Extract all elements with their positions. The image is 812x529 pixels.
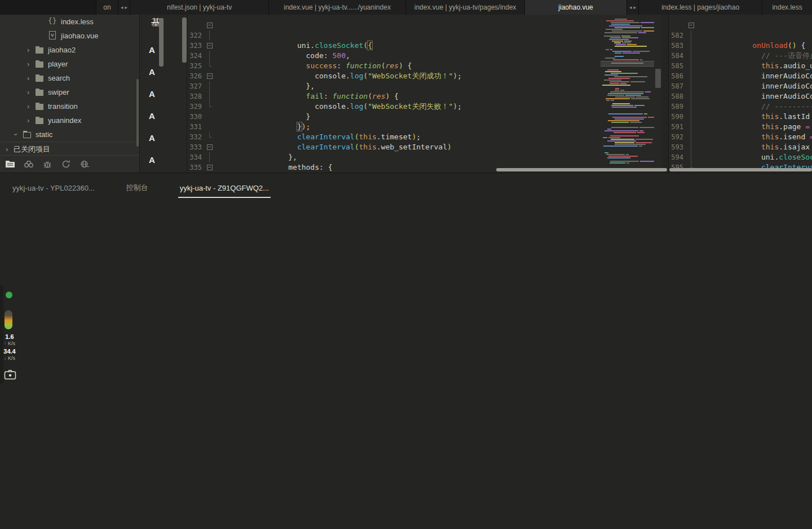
fold-indicator[interactable] <box>688 81 695 91</box>
globe-sync-icon[interactable] <box>79 159 90 169</box>
fold-indicator[interactable] <box>688 102 695 112</box>
strip-scrollbar[interactable] <box>182 17 187 63</box>
fold-indicator[interactable] <box>206 30 213 41</box>
sidebar-item[interactable]: index.less <box>0 15 139 29</box>
sidebar-item-label: yuanindex <box>48 116 81 125</box>
console-log-line: 19:46:27.763 链接参数: at pages/jiaohao/jiao… <box>17 289 812 301</box>
console-log-line: 19:46:27.516 晚上 at pages/jiaohao/jiaohao… <box>17 210 812 222</box>
closed-projects-label: 已关闭项目 <box>14 144 50 155</box>
scroll-left-icon[interactable] <box>121 5 123 10</box>
scrollbar-thumb[interactable] <box>655 69 661 88</box>
scroll-left-icon[interactable] <box>629 5 632 10</box>
marker-letter: A <box>149 111 155 121</box>
console-tab-device-2[interactable]: yykj-ua-tv - Z91QGFWQ2... <box>180 184 269 192</box>
scroll-right-icon[interactable] <box>125 5 128 10</box>
marker-letter: A <box>149 155 155 165</box>
tab-manifest-json[interactable]: nifest.json | yykj-ua-tv <box>130 0 268 15</box>
chevron-icon <box>15 131 23 138</box>
code-editor-right[interactable]: 582 onUnload() { 583 // ---语音停止--- 584 <box>668 15 812 173</box>
refresh-icon[interactable] <box>60 159 72 169</box>
tab-scroll-arrows[interactable] <box>626 0 638 15</box>
tab-index-less[interactable]: index.less <box>762 0 812 15</box>
marker-letter: A <box>149 45 155 55</box>
search-binoculars-icon[interactable] <box>23 159 34 169</box>
console-log[interactable]: 19:46:27.516 晚上 at pages/jiaohao/jiaohao… <box>0 202 812 515</box>
fold-indicator[interactable] <box>688 132 695 142</box>
console-log-line: 19:46:27.809 [Object] {"data":"{\"code\"… <box>17 368 812 380</box>
code-line: 332 clearInterval(this.web_setInterval) <box>187 122 601 132</box>
fold-indicator[interactable] <box>206 41 213 51</box>
fold-indicator[interactable] <box>206 102 213 112</box>
code-line: 594 clearInterval(this.inter <box>669 142 812 152</box>
fold-indicator[interactable] <box>206 20 213 30</box>
horizontal-scrollbar-left[interactable] <box>496 168 667 171</box>
tab-index-vue-pages-index[interactable]: index.vue | yykj-ua-tv/pages/index <box>405 0 524 15</box>
chevron-icon <box>27 103 35 110</box>
console-log-line: 19:46:32.841 [Object] {"data":"pong"} at… <box>17 436 812 447</box>
tab-jiaohao-vue[interactable]: jiaohao.vue <box>524 0 626 15</box>
fold-indicator[interactable] <box>206 162 213 173</box>
tab-index-vue-yuanindex[interactable]: index.vue | yykj-ua-tv....../yuanindex <box>268 0 405 15</box>
fold-indicator[interactable] <box>688 122 695 132</box>
arrow-down-icon: ↓ <box>4 355 7 361</box>
closed-projects-row[interactable]: 已关闭项目 <box>0 142 139 156</box>
sidebar-item-label: transition <box>48 102 78 111</box>
editor-vertical-scrollbar[interactable] <box>654 15 662 173</box>
minimap[interactable] <box>601 15 654 177</box>
sidebar-item[interactable]: transition <box>0 99 139 113</box>
fold-indicator[interactable] <box>206 61 213 71</box>
fold-indicator[interactable] <box>688 20 695 30</box>
fold-indicator[interactable] <box>688 61 695 71</box>
sidebar-item[interactable]: jiaohao.vue <box>0 29 139 43</box>
strip-scrollbar[interactable] <box>159 18 164 67</box>
fold-indicator[interactable] <box>688 71 695 81</box>
files-icon[interactable] <box>5 159 16 169</box>
minimap-viewport[interactable] <box>601 61 654 67</box>
scroll-right-icon[interactable] <box>634 5 637 10</box>
sidebar-scrollbar[interactable] <box>136 79 139 147</box>
tab-index-less-jiaohao[interactable]: index.less | pages/jiaohao <box>638 0 762 15</box>
code-editor-left[interactable]: 322 uni.closeSocket({ 323 code: 500, <box>187 15 601 173</box>
sidebar-item[interactable]: search <box>0 71 139 85</box>
fold-indicator[interactable] <box>206 51 213 61</box>
record-dot[interactable] <box>6 292 12 298</box>
sidebar-item[interactable]: static <box>0 127 139 142</box>
console-tab-main[interactable]: 控制台 <box>126 183 148 193</box>
sidebar-item[interactable]: yuanindex <box>0 113 139 127</box>
sidebar-item[interactable]: swiper <box>0 85 139 99</box>
fold-indicator[interactable] <box>206 152 213 162</box>
debug-bug-icon[interactable] <box>42 159 53 169</box>
fold-indicator[interactable] <box>206 132 213 142</box>
code-line: 588 // ------------ <box>669 81 812 91</box>
code-line: 584 this.audio_url = ''; <box>669 41 812 51</box>
project-explorer: index.less jiaohao.vue jiaohao2 <box>0 15 139 173</box>
fold-indicator[interactable] <box>206 142 213 152</box>
fold-indicator[interactable] <box>688 91 695 102</box>
sidebar-item[interactable]: jiaohao2 <box>0 43 139 57</box>
tab-partial[interactable]: on <box>96 0 118 15</box>
code-line: 592 this.isajax = false <box>669 122 812 132</box>
fold-indicator[interactable] <box>206 81 213 91</box>
marker-letter: A <box>149 89 155 99</box>
console-tab-device-1[interactable]: yykj-ua-tv - YPL022360... <box>12 184 95 192</box>
sidebar-item[interactable]: player <box>0 57 139 71</box>
screenshot-camera-icon[interactable] <box>4 369 16 382</box>
fold-indicator[interactable] <box>206 71 213 81</box>
fold-indicator[interactable] <box>688 152 695 162</box>
fold-indicator[interactable] <box>688 30 695 41</box>
fold-indicator[interactable] <box>688 41 695 51</box>
fold-indicator[interactable] <box>688 112 695 122</box>
horizontal-scrollbar-right[interactable] <box>669 168 812 171</box>
console-log-line: 19:46:27.763 websocket成功连接 at pages/jiao… <box>17 267 812 278</box>
tab-scroll-arrows[interactable] <box>118 0 130 15</box>
code-text: playAudio(data) { <box>218 162 372 173</box>
fold-indicator[interactable] <box>206 122 213 132</box>
sidebar-item-label: swiper <box>48 88 69 96</box>
console-log-line: 19:46:27.763 [Object] {"errMsg":"sendSoc… <box>17 323 812 334</box>
fold-indicator[interactable] <box>206 112 213 122</box>
code-line: 331 clearInterval(this.timeset); <box>187 112 601 122</box>
fold-indicator[interactable] <box>206 91 213 102</box>
fold-indicator[interactable] <box>688 51 695 61</box>
console-panel: yykj-ua-tv - YPL022360... 控制台 yykj-ua-tv… <box>0 173 812 529</box>
fold-indicator[interactable] <box>688 142 695 152</box>
